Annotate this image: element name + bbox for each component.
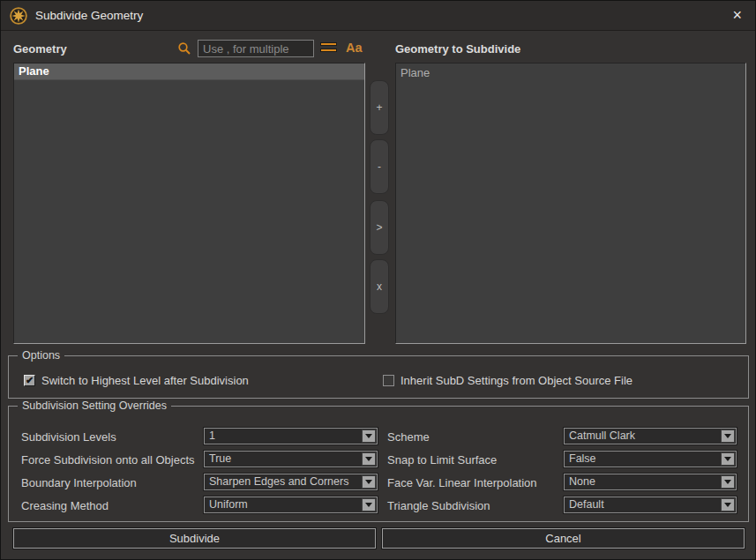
move-button[interactable]: >: [370, 200, 389, 255]
label-triangle-subdivision: Triangle Subdivision: [387, 499, 490, 512]
label-boundary-interpolation: Boundary Interpolation: [21, 476, 137, 489]
dropdown-snap-to-limit[interactable]: False: [564, 451, 737, 467]
overrides-group: Subdivision Setting Overrides Subdivisio…: [8, 406, 749, 522]
app-logo-icon: [10, 7, 27, 25]
chevron-down-icon[interactable]: [362, 475, 376, 489]
clear-button[interactable]: x: [370, 259, 389, 314]
checkbox-label: Inherit SubD Settings from Object Source…: [400, 374, 632, 387]
chevron-down-icon[interactable]: [721, 475, 735, 489]
chevron-down-icon[interactable]: [721, 429, 735, 443]
title-bar[interactable]: Subdivide Geometry ×: [1, 1, 755, 31]
check-mark-icon: ✔: [26, 376, 34, 385]
overrides-group-legend: Subdivision Setting Overrides: [18, 399, 171, 412]
dropdown-value: 1: [209, 429, 215, 442]
dropdown-value: Default: [569, 498, 604, 511]
geometry-list[interactable]: Plane: [13, 63, 365, 344]
dropdown-triangle-subdivision[interactable]: Default: [564, 497, 737, 513]
dropdown-value: Catmull Clark: [569, 429, 635, 442]
checkbox-unchecked-box[interactable]: [383, 375, 394, 386]
label-subdivision-levels: Subdivision Levels: [21, 430, 116, 444]
subdivide-geometry-dialog: Subdivide Geometry × Geometry Aa Geometr…: [0, 0, 756, 560]
options-group: Options ✔ Switch to Highest Level after …: [8, 355, 749, 399]
left-panel-title: Geometry: [13, 42, 67, 56]
dropdown-value: Sharpen Edges and Corners: [209, 475, 348, 488]
chevron-down-icon[interactable]: [362, 498, 376, 511]
window-title: Subdivide Geometry: [35, 9, 143, 22]
chevron-down-icon[interactable]: [362, 429, 376, 443]
dropdown-boundary-interpolation[interactable]: Sharpen Edges and Corners: [204, 474, 378, 490]
match-case-icon[interactable]: Aa: [346, 41, 363, 55]
close-icon[interactable]: ×: [732, 6, 742, 24]
chevron-down-icon[interactable]: [721, 452, 735, 466]
list-item[interactable]: Plane: [14, 63, 364, 80]
search-input[interactable]: [198, 40, 314, 57]
dropdown-value: False: [569, 452, 596, 465]
label-scheme: Scheme: [387, 430, 430, 444]
add-button[interactable]: +: [370, 80, 389, 135]
dropdown-scheme[interactable]: Catmull Clark: [564, 428, 737, 444]
label-snap-to-limit: Snap to Limit Surface: [387, 453, 497, 467]
remove-button[interactable]: -: [370, 139, 389, 194]
dropdown-subdivision-levels[interactable]: 1: [204, 428, 378, 444]
chevron-down-icon[interactable]: [721, 498, 735, 511]
label-force-subdivision: Force Subdivision onto all Objects: [21, 453, 195, 467]
filter-bars-icon[interactable]: [320, 42, 337, 55]
subdivide-button[interactable]: Subdivide: [13, 528, 376, 549]
geometry-to-subdivide-list[interactable]: Plane: [395, 63, 746, 344]
dropdown-value: True: [209, 452, 231, 465]
dropdown-value: Uniform: [209, 498, 248, 511]
chevron-down-icon[interactable]: [362, 452, 376, 466]
dropdown-value: None: [569, 475, 595, 488]
search-icon: [177, 41, 191, 59]
checkbox-checked-box[interactable]: ✔: [24, 375, 35, 386]
list-item[interactable]: Plane: [396, 63, 745, 80]
dropdown-force-subdivision[interactable]: True: [204, 451, 378, 467]
dropdown-face-var-interpolation[interactable]: None: [564, 474, 737, 490]
label-face-var-interpolation: Face Var. Linear Interpolation: [387, 476, 537, 489]
options-group-legend: Options: [18, 349, 64, 362]
cancel-button[interactable]: Cancel: [382, 528, 745, 549]
checkbox-switch-highest-level[interactable]: ✔ Switch to Highest Level after Subdivis…: [24, 374, 249, 387]
checkbox-inherit-subd-settings[interactable]: Inherit SubD Settings from Object Source…: [383, 374, 632, 387]
checkbox-label: Switch to Highest Level after Subdivisio…: [41, 374, 249, 387]
right-panel-title: Geometry to Subdivide: [395, 42, 520, 56]
dropdown-creasing-method[interactable]: Uniform: [204, 497, 378, 513]
label-creasing-method: Creasing Method: [21, 499, 109, 512]
